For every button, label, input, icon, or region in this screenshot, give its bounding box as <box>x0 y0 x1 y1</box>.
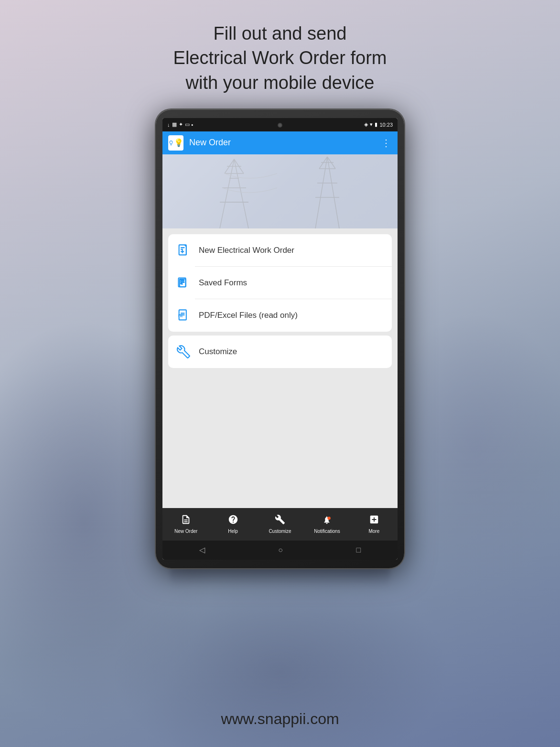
nav-notifications[interactable]: Notifications <box>303 508 350 541</box>
location-icon: ◈ <box>364 121 368 128</box>
battery-status-icon: ▭ <box>185 121 190 128</box>
nav-notifications-label: Notifications <box>314 529 340 534</box>
home-button[interactable]: ○ <box>278 546 283 554</box>
nav-more-icon <box>369 514 379 527</box>
new-electrical-work-order-item[interactable]: New Electrical Work Order <box>168 234 392 267</box>
customize-label: Customize <box>199 347 237 357</box>
back-button[interactable]: ◁ <box>199 545 205 554</box>
nav-help[interactable]: Help <box>209 508 256 541</box>
nav-notifications-icon <box>322 514 332 527</box>
download-icon: ↓ <box>167 122 170 128</box>
title-line2: Electrical Work Order form <box>173 48 387 68</box>
sim-icon: ▪ <box>192 122 194 128</box>
hero-image <box>162 154 398 228</box>
nav-more[interactable]: More <box>351 508 398 541</box>
customize-icon <box>176 344 191 359</box>
title-line1: Fill out and send <box>214 23 347 43</box>
wifi-icon: ▾ <box>370 121 373 128</box>
content-area: New Electrical Work Order <box>162 228 398 508</box>
svg-rect-21 <box>162 154 398 228</box>
nav-more-label: More <box>368 529 379 534</box>
nav-new-order-label: New Order <box>174 529 197 534</box>
nav-help-icon <box>228 514 238 527</box>
pdf-icon: PDF <box>176 308 191 323</box>
svg-point-41 <box>328 517 331 520</box>
tablet-camera <box>278 123 282 128</box>
pdf-excel-item[interactable]: PDF PDF/Excel Files (read only) <box>168 299 392 332</box>
pdf-excel-label: PDF/Excel Files (read only) <box>199 311 298 320</box>
saved-forms-label: Saved Forms <box>199 278 247 288</box>
status-bar-left: ↓ ▦ ✦ ▭ ▪ <box>167 121 193 128</box>
battery-icon: ▮ <box>375 121 377 128</box>
nav-new-order-icon <box>181 514 191 527</box>
bottom-nav: New Order Help Customize <box>162 508 398 541</box>
svg-rect-22 <box>179 245 186 255</box>
nav-customize[interactable]: Customize <box>257 508 303 541</box>
svg-rect-0 <box>171 141 172 142</box>
svg-text:PDF: PDF <box>179 315 183 317</box>
app-bar-title: New Order <box>189 138 381 148</box>
nav-help-label: Help <box>228 529 238 534</box>
status-bar-right: ◈ ▾ ▮ 10:23 <box>364 121 393 128</box>
overflow-menu-button[interactable]: ⋮ <box>381 137 392 149</box>
page-title: Fill out and send Electrical Work Order … <box>173 22 387 95</box>
main-menu-card: New Electrical Work Order <box>168 234 392 332</box>
app-bar: New Order ⋮ <box>162 131 398 154</box>
customize-item[interactable]: Customize <box>168 336 392 368</box>
footer-url: www.snappii.com <box>221 710 339 728</box>
new-doc-icon <box>176 243 191 258</box>
android-nav: ◁ ○ □ <box>162 541 398 560</box>
title-line3: with your mobile device <box>186 73 375 93</box>
dropbox-icon: ✦ <box>179 121 183 128</box>
nav-customize-label: Customize <box>269 529 291 534</box>
saved-forms-icon <box>176 275 191 291</box>
saved-forms-item[interactable]: Saved Forms <box>168 267 392 299</box>
nav-customize-icon <box>275 514 285 527</box>
tablet-reflection <box>170 567 390 586</box>
grid-icon: ▦ <box>172 121 177 128</box>
customize-card: Customize <box>168 336 392 368</box>
recents-button[interactable]: □ <box>356 546 361 554</box>
tablet-screen: ↓ ▦ ✦ ▭ ▪ ◈ ▾ ▮ 10:23 New Or <box>162 118 398 560</box>
tablet-device: ↓ ▦ ✦ ▭ ▪ ◈ ▾ ▮ 10:23 New Or <box>156 109 404 568</box>
clock: 10:23 <box>379 122 393 128</box>
new-electrical-label: New Electrical Work Order <box>199 246 294 255</box>
app-icon <box>168 135 183 151</box>
nav-new-order[interactable]: New Order <box>162 508 209 541</box>
